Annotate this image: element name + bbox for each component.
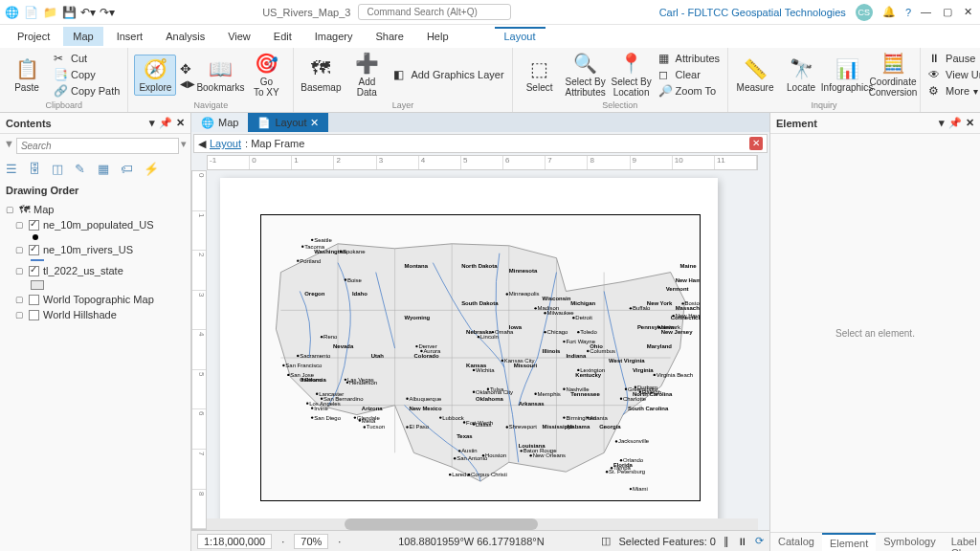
layer-row[interactable]: ▢World Hillshade xyxy=(2,307,189,322)
select-by-attr-button[interactable]: 🔍Select By Attributes xyxy=(565,50,607,99)
menu-map[interactable]: Map xyxy=(63,27,102,46)
notifications-icon[interactable]: 🔔 xyxy=(882,6,896,18)
nav-prev-icon[interactable]: ◀▶ xyxy=(180,78,195,89)
el-tab-labelclass[interactable]: Label Class xyxy=(944,533,980,551)
scale-field[interactable]: 1:18,000,000 xyxy=(197,534,272,549)
pane-pin-icon[interactable]: 📌 xyxy=(159,117,172,129)
redo-icon[interactable]: ↷▾ xyxy=(100,5,115,20)
el-tab-catalog[interactable]: Catalog xyxy=(770,533,822,551)
basemap-button[interactable]: 🗺Basemap xyxy=(300,55,342,95)
layer-checkbox[interactable] xyxy=(29,220,39,231)
more-button[interactable]: ⚙More▾ xyxy=(926,83,980,99)
back-icon[interactable]: ◀ xyxy=(198,138,206,150)
list-by-perf-icon[interactable]: ⚡ xyxy=(144,162,159,177)
contents-search[interactable] xyxy=(16,138,179,154)
explore-button[interactable]: 🧭Explore xyxy=(134,55,176,96)
list-by-snapping-icon[interactable]: ▦ xyxy=(98,162,113,177)
coord-button[interactable]: 🧮Coordinate Conversion xyxy=(872,50,914,99)
user-avatar[interactable]: CS xyxy=(856,4,873,21)
layer-row[interactable]: ▢ne_10m_rivers_US xyxy=(2,242,189,257)
tab-map[interactable]: 🌐Map xyxy=(191,113,248,132)
zoom-icon[interactable]: · xyxy=(338,536,341,547)
attributes-button[interactable]: ▦Attributes xyxy=(657,51,722,66)
open-icon[interactable]: 📁 xyxy=(42,5,57,20)
menu-insert[interactable]: Insert xyxy=(107,27,153,46)
menu-project[interactable]: Project xyxy=(8,27,59,46)
help-icon[interactable]: ? xyxy=(905,7,911,18)
clear-button[interactable]: ◻Clear xyxy=(657,67,722,82)
layer-row[interactable]: ▢ne_10m_populated_US xyxy=(2,217,189,232)
layer-checkbox[interactable] xyxy=(29,245,39,255)
save-icon[interactable]: 💾 xyxy=(61,5,77,20)
close-button[interactable]: ✕ xyxy=(964,6,972,18)
map-frame[interactable]: WashingtonOregonIdahoMontanaNorth Dakota… xyxy=(260,214,701,501)
menu-imagery[interactable]: Imagery xyxy=(305,27,363,46)
layer-row[interactable]: ▢tl_2022_us_state xyxy=(2,263,189,278)
zoom-field[interactable]: 70% xyxy=(294,534,328,549)
command-search[interactable] xyxy=(358,4,511,20)
addgraphics-button[interactable]: ◧Add Graphics Layer xyxy=(391,67,505,82)
el-pin-icon[interactable]: 📌 xyxy=(948,117,962,129)
undo-icon[interactable]: ↶▾ xyxy=(80,5,96,20)
breadcrumb-close-icon[interactable]: ✕ xyxy=(749,137,763,150)
minimize-button[interactable]: — xyxy=(921,6,931,18)
list-by-labeling-icon[interactable]: 🏷 xyxy=(121,162,136,177)
svg-point-114 xyxy=(439,416,441,418)
menu-layout-context[interactable]: Layout xyxy=(495,27,546,46)
search-clear-icon[interactable]: ▾ xyxy=(181,138,187,154)
tab-close-icon[interactable]: ✕ xyxy=(310,117,319,129)
infographics-button[interactable]: 📊Infographics xyxy=(826,55,868,95)
svg-point-84 xyxy=(406,398,408,400)
menu-view[interactable]: View xyxy=(218,27,260,46)
tab-layout[interactable]: 📄Layout✕ xyxy=(248,113,328,132)
map-node[interactable]: ▢🗺Map xyxy=(2,202,189,217)
zoomto-button[interactable]: 🔎Zoom To xyxy=(657,83,722,99)
cut-button[interactable]: ✂Cut xyxy=(52,51,122,66)
menu-analysis[interactable]: Analysis xyxy=(156,27,214,46)
list-by-selection-icon[interactable]: ◫ xyxy=(52,162,67,177)
copypath-button[interactable]: 🔗Copy Path xyxy=(52,83,122,99)
copy-button[interactable]: 📑Copy xyxy=(52,67,122,82)
svg-point-90 xyxy=(346,382,348,384)
locate-button[interactable]: 🔭Locate xyxy=(780,55,822,95)
bookmarks-button[interactable]: 📖Bookmarks xyxy=(199,55,241,95)
el-tab-symbology[interactable]: Symbology xyxy=(876,533,943,551)
measure-button[interactable]: 📏Measure xyxy=(734,55,776,95)
layer-checkbox[interactable] xyxy=(29,295,39,305)
select-by-loc-button[interactable]: 📍Select By Location xyxy=(611,50,653,99)
list-by-source-icon[interactable]: 🗄 xyxy=(29,162,44,177)
layer-row[interactable]: ▢World Topographic Map xyxy=(2,292,189,307)
el-menu-icon[interactable]: ▾ xyxy=(939,117,945,129)
pause-button[interactable]: ⏸Pause xyxy=(926,51,980,66)
maximize-button[interactable]: ▢ xyxy=(943,6,952,18)
el-tab-element[interactable]: Element xyxy=(822,533,876,551)
scale-icon[interactable]: · xyxy=(281,536,284,547)
el-close-icon[interactable]: ✕ xyxy=(966,117,974,129)
layer-checkbox[interactable] xyxy=(29,310,39,320)
pause-draw-icon[interactable]: ⏸ xyxy=(737,536,747,547)
selection-icon[interactable]: ◫ xyxy=(601,535,611,547)
snapping-icon[interactable]: ‖ xyxy=(724,535,729,547)
unplaced-button[interactable]: 👁View Unplaced xyxy=(926,67,980,82)
refresh-icon[interactable]: ⟳ xyxy=(755,535,764,547)
user-name[interactable]: Carl - FDLTCC Geospatial Technologies xyxy=(659,7,846,18)
filter-icon[interactable]: ▼ xyxy=(4,138,14,154)
layer-checkbox[interactable] xyxy=(29,266,39,276)
breadcrumb-layout[interactable]: Layout xyxy=(210,138,241,149)
list-by-editing-icon[interactable]: ✎ xyxy=(75,162,90,177)
horizontal-scrollbar[interactable] xyxy=(207,518,758,530)
gotoxy-button[interactable]: 🎯Go To XY xyxy=(245,50,287,99)
pane-menu-icon[interactable]: ▾ xyxy=(149,117,155,129)
paste-button[interactable]: 📋Paste xyxy=(6,55,48,95)
adddata-button[interactable]: ➕Add Data xyxy=(345,50,388,99)
svg-point-58 xyxy=(297,355,299,357)
nav-arrows-icon[interactable]: ✥ xyxy=(180,61,195,77)
new-icon[interactable]: 📄 xyxy=(23,5,38,20)
pane-close-icon[interactable]: ✕ xyxy=(176,117,185,129)
list-by-drawing-icon[interactable]: ☰ xyxy=(6,162,21,177)
layout-canvas[interactable]: -101234567891011 012345678 xyxy=(191,155,769,530)
menu-share[interactable]: Share xyxy=(367,27,413,46)
menu-help[interactable]: Help xyxy=(417,27,458,46)
select-button[interactable]: ⬚Select xyxy=(519,55,561,95)
menu-edit[interactable]: Edit xyxy=(264,27,301,46)
